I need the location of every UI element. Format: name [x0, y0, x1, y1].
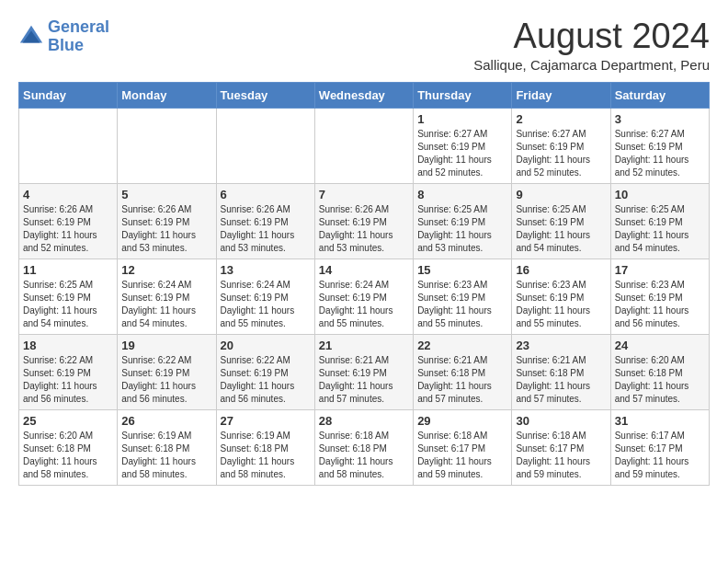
calendar-cell: [19, 109, 118, 184]
day-info: Sunrise: 6:23 AM Sunset: 6:19 PM Dayligh…: [615, 279, 705, 330]
month-year: August 2024: [473, 18, 710, 53]
day-info: Sunrise: 6:18 AM Sunset: 6:17 PM Dayligh…: [516, 430, 606, 481]
calendar-cell: 4Sunrise: 6:26 AM Sunset: 6:19 PM Daylig…: [19, 184, 118, 259]
calendar-cell: 18Sunrise: 6:22 AM Sunset: 6:19 PM Dayli…: [19, 335, 118, 410]
calendar-cell: [314, 109, 413, 184]
day-number: 18: [23, 339, 113, 352]
logo-text: General Blue: [48, 18, 109, 55]
day-of-week-header: Monday: [118, 83, 216, 109]
calendar-cell: 17Sunrise: 6:23 AM Sunset: 6:19 PM Dayli…: [610, 259, 709, 335]
day-number: 13: [221, 263, 311, 277]
day-info: Sunrise: 6:25 AM Sunset: 6:19 PM Dayligh…: [23, 279, 113, 330]
day-info: Sunrise: 6:20 AM Sunset: 6:18 PM Dayligh…: [615, 354, 705, 406]
calendar-week-row: 4Sunrise: 6:26 AM Sunset: 6:19 PM Daylig…: [19, 184, 710, 259]
day-number: 24: [615, 339, 705, 352]
calendar-cell: 3Sunrise: 6:27 AM Sunset: 6:19 PM Daylig…: [610, 109, 709, 184]
calendar-table: SundayMondayTuesdayWednesdayThursdayFrid…: [18, 82, 710, 486]
calendar-cell: 9Sunrise: 6:25 AM Sunset: 6:19 PM Daylig…: [512, 184, 610, 259]
day-info: Sunrise: 6:20 AM Sunset: 6:18 PM Dayligh…: [23, 430, 113, 481]
calendar-cell: 27Sunrise: 6:19 AM Sunset: 6:18 PM Dayli…: [216, 410, 314, 486]
day-info: Sunrise: 6:19 AM Sunset: 6:18 PM Dayligh…: [121, 430, 211, 481]
day-info: Sunrise: 6:24 AM Sunset: 6:19 PM Dayligh…: [319, 279, 409, 330]
day-number: 29: [417, 414, 507, 428]
day-of-week-header: Wednesday: [314, 83, 413, 109]
day-number: 28: [319, 414, 409, 428]
day-of-week-header: Saturday: [610, 83, 709, 109]
calendar-cell: 5Sunrise: 6:26 AM Sunset: 6:19 PM Daylig…: [118, 184, 216, 259]
day-info: Sunrise: 6:24 AM Sunset: 6:19 PM Dayligh…: [121, 279, 211, 330]
day-number: 22: [417, 339, 507, 352]
day-of-week-header: Friday: [512, 83, 610, 109]
day-number: 7: [319, 188, 409, 201]
day-info: Sunrise: 6:26 AM Sunset: 6:19 PM Dayligh…: [319, 203, 409, 255]
day-number: 17: [615, 263, 705, 277]
calendar-cell: 19Sunrise: 6:22 AM Sunset: 6:19 PM Dayli…: [118, 335, 216, 410]
day-number: 3: [615, 112, 705, 126]
calendar-cell: 25Sunrise: 6:20 AM Sunset: 6:18 PM Dayli…: [19, 410, 118, 486]
calendar-cell: 1Sunrise: 6:27 AM Sunset: 6:19 PM Daylig…: [414, 109, 512, 184]
day-info: Sunrise: 6:22 AM Sunset: 6:19 PM Dayligh…: [121, 354, 211, 406]
calendar-cell: 6Sunrise: 6:26 AM Sunset: 6:19 PM Daylig…: [216, 184, 314, 259]
day-of-week-header: Thursday: [414, 83, 512, 109]
day-info: Sunrise: 6:26 AM Sunset: 6:19 PM Dayligh…: [221, 203, 311, 255]
day-info: Sunrise: 6:18 AM Sunset: 6:17 PM Dayligh…: [417, 430, 507, 481]
day-number: 27: [221, 414, 311, 428]
day-of-week-header: Sunday: [19, 83, 118, 109]
day-number: 11: [23, 263, 113, 277]
calendar-header-row: SundayMondayTuesdayWednesdayThursdayFrid…: [19, 83, 710, 109]
day-number: 16: [516, 263, 606, 277]
calendar-cell: 31Sunrise: 6:17 AM Sunset: 6:17 PM Dayli…: [610, 410, 709, 486]
day-info: Sunrise: 6:21 AM Sunset: 6:18 PM Dayligh…: [516, 354, 606, 406]
calendar-cell: 26Sunrise: 6:19 AM Sunset: 6:18 PM Dayli…: [118, 410, 216, 486]
day-number: 5: [121, 188, 211, 201]
day-number: 6: [221, 188, 311, 201]
calendar-cell: 30Sunrise: 6:18 AM Sunset: 6:17 PM Dayli…: [512, 410, 610, 486]
day-info: Sunrise: 6:19 AM Sunset: 6:18 PM Dayligh…: [221, 430, 311, 481]
calendar-week-row: 25Sunrise: 6:20 AM Sunset: 6:18 PM Dayli…: [19, 410, 710, 486]
day-number: 4: [23, 188, 113, 201]
page-header: General Blue August 2024 Sallique, Cajam…: [18, 18, 710, 73]
day-info: Sunrise: 6:26 AM Sunset: 6:19 PM Dayligh…: [23, 203, 113, 255]
day-info: Sunrise: 6:18 AM Sunset: 6:18 PM Dayligh…: [319, 430, 409, 481]
calendar-cell: 20Sunrise: 6:22 AM Sunset: 6:19 PM Dayli…: [216, 335, 314, 410]
day-number: 10: [615, 188, 705, 201]
day-info: Sunrise: 6:21 AM Sunset: 6:18 PM Dayligh…: [417, 354, 507, 406]
day-number: 26: [121, 414, 211, 428]
calendar-cell: 16Sunrise: 6:23 AM Sunset: 6:19 PM Dayli…: [512, 259, 610, 335]
day-number: 1: [417, 112, 507, 126]
calendar-cell: 8Sunrise: 6:25 AM Sunset: 6:19 PM Daylig…: [414, 184, 512, 259]
day-info: Sunrise: 6:27 AM Sunset: 6:19 PM Dayligh…: [615, 128, 705, 179]
calendar-cell: 15Sunrise: 6:23 AM Sunset: 6:19 PM Dayli…: [414, 259, 512, 335]
calendar-cell: 7Sunrise: 6:26 AM Sunset: 6:19 PM Daylig…: [314, 184, 413, 259]
calendar-cell: 21Sunrise: 6:21 AM Sunset: 6:19 PM Dayli…: [314, 335, 413, 410]
day-info: Sunrise: 6:27 AM Sunset: 6:19 PM Dayligh…: [516, 128, 606, 179]
calendar-cell: 29Sunrise: 6:18 AM Sunset: 6:17 PM Dayli…: [414, 410, 512, 486]
logo: General Blue: [18, 18, 109, 55]
day-number: 9: [516, 188, 606, 201]
calendar-week-row: 1Sunrise: 6:27 AM Sunset: 6:19 PM Daylig…: [19, 109, 710, 184]
day-number: 23: [516, 339, 606, 352]
location: Sallique, Cajamarca Department, Peru: [473, 57, 710, 73]
calendar-cell: 24Sunrise: 6:20 AM Sunset: 6:18 PM Dayli…: [610, 335, 709, 410]
day-info: Sunrise: 6:27 AM Sunset: 6:19 PM Dayligh…: [417, 128, 507, 179]
day-info: Sunrise: 6:23 AM Sunset: 6:19 PM Dayligh…: [417, 279, 507, 330]
logo-icon: [18, 24, 44, 50]
calendar-week-row: 18Sunrise: 6:22 AM Sunset: 6:19 PM Dayli…: [19, 335, 710, 410]
calendar-cell: 10Sunrise: 6:25 AM Sunset: 6:19 PM Dayli…: [610, 184, 709, 259]
day-info: Sunrise: 6:25 AM Sunset: 6:19 PM Dayligh…: [516, 203, 606, 255]
day-info: Sunrise: 6:22 AM Sunset: 6:19 PM Dayligh…: [221, 354, 311, 406]
day-number: 12: [121, 263, 211, 277]
day-info: Sunrise: 6:17 AM Sunset: 6:17 PM Dayligh…: [615, 430, 705, 481]
calendar-week-row: 11Sunrise: 6:25 AM Sunset: 6:19 PM Dayli…: [19, 259, 710, 335]
day-number: 25: [23, 414, 113, 428]
calendar-cell: 28Sunrise: 6:18 AM Sunset: 6:18 PM Dayli…: [314, 410, 413, 486]
day-info: Sunrise: 6:21 AM Sunset: 6:19 PM Dayligh…: [319, 354, 409, 406]
day-number: 15: [417, 263, 507, 277]
day-number: 20: [221, 339, 311, 352]
calendar-cell: 12Sunrise: 6:24 AM Sunset: 6:19 PM Dayli…: [118, 259, 216, 335]
day-info: Sunrise: 6:22 AM Sunset: 6:19 PM Dayligh…: [23, 354, 113, 406]
calendar-cell: 22Sunrise: 6:21 AM Sunset: 6:18 PM Dayli…: [414, 335, 512, 410]
title-block: August 2024 Sallique, Cajamarca Departme…: [473, 18, 710, 73]
day-info: Sunrise: 6:23 AM Sunset: 6:19 PM Dayligh…: [516, 279, 606, 330]
calendar-cell: 13Sunrise: 6:24 AM Sunset: 6:19 PM Dayli…: [216, 259, 314, 335]
